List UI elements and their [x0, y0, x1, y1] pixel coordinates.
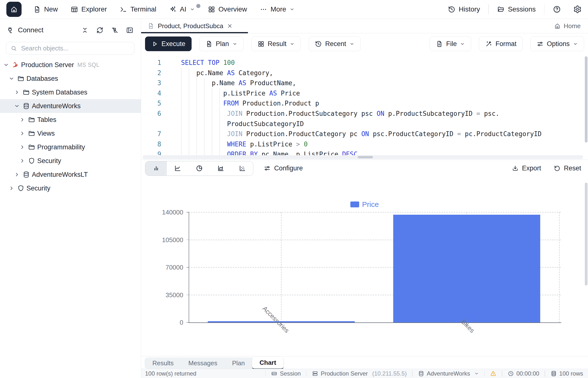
tab-title: Product, ProductSubca — [158, 22, 223, 30]
chart-type-scatter[interactable] — [232, 161, 253, 176]
rows-icon — [550, 370, 557, 377]
tree-item-security[interactable]: Security — [0, 154, 141, 168]
result-tab-plan[interactable]: Plan — [225, 357, 252, 369]
chart-legend[interactable]: Price — [141, 200, 588, 209]
chart-type-pie[interactable] — [188, 161, 210, 176]
folder-icon — [17, 75, 25, 82]
tree-item-system-databases[interactable]: System Databases — [0, 85, 141, 99]
x-axis-tick-label: Accessories — [261, 305, 291, 334]
plug-off-button[interactable] — [111, 27, 119, 34]
scrollbar-thumb[interactable] — [585, 56, 588, 142]
chevron-down-icon — [349, 41, 354, 47]
tree-item-databases[interactable]: Databases — [0, 72, 141, 85]
gutter-spacer — [168, 58, 181, 68]
divider — [544, 4, 545, 14]
tree-item-adventureworkslt[interactable]: AdventureWorksLT — [0, 168, 141, 181]
home-link[interactable]: Home — [554, 22, 588, 30]
top-nav-right: HistorySessions — [448, 4, 582, 14]
folder-icon — [23, 89, 30, 96]
reset-button[interactable]: Reset — [554, 164, 581, 172]
query-timer: 00:00:00 — [508, 370, 539, 377]
nav-item-overview[interactable]: Overview — [208, 5, 247, 13]
divider — [306, 371, 307, 377]
configure-button[interactable]: Configure — [264, 164, 303, 172]
execute-button[interactable]: Execute — [145, 37, 192, 51]
legend-swatch — [350, 202, 359, 207]
panel-close-button[interactable] — [126, 27, 134, 34]
divider — [265, 371, 266, 377]
scrollbar-thumb[interactable] — [358, 156, 373, 158]
search-box[interactable] — [6, 42, 135, 54]
nav-item-terminal[interactable]: Terminal — [120, 5, 156, 13]
chart-type-bar[interactable] — [145, 161, 167, 176]
file-code-icon — [33, 6, 41, 13]
session-label: Session — [280, 370, 301, 377]
indent-guides — [181, 119, 227, 129]
line-number: 8 — [141, 139, 168, 149]
help-button[interactable] — [553, 5, 561, 14]
line-number: 7 — [141, 129, 168, 139]
result-tab-results[interactable]: Results — [145, 357, 181, 369]
divider — [412, 371, 413, 377]
line-number: 3 — [141, 78, 168, 88]
nav-item-more[interactable]: More — [260, 5, 295, 13]
code-token: psc. — [480, 109, 499, 119]
folder-icon — [28, 116, 35, 123]
plan-button[interactable]: Plan — [199, 37, 244, 51]
search-input[interactable] — [21, 44, 130, 52]
tab-product-productsubcategory[interactable]: Product, ProductSubca — [141, 19, 239, 33]
result-button[interactable]: Result — [251, 37, 301, 51]
editor-vertical-scrollbar[interactable] — [585, 55, 588, 158]
export-button[interactable]: Export — [512, 164, 541, 172]
tree-item-tables[interactable]: Tables — [0, 113, 141, 127]
tree-item-label: System Databases — [32, 89, 87, 96]
close-tab-icon[interactable] — [227, 23, 233, 29]
session-status[interactable]: Session — [271, 370, 301, 377]
nav-item-explorer[interactable]: Explorer — [70, 5, 107, 13]
nav-item-label: Overview — [219, 5, 247, 13]
home-button[interactable] — [6, 2, 22, 17]
scrollbar-thumb[interactable] — [585, 183, 588, 285]
editor-horizontal-scrollbar[interactable] — [143, 155, 583, 159]
chart-vertical-scrollbar[interactable] — [585, 179, 588, 353]
database-icon — [23, 102, 30, 110]
tree-item-views[interactable]: Views — [0, 127, 141, 140]
folder-open-icon — [497, 6, 505, 13]
file-button[interactable]: File — [430, 37, 471, 51]
code-token: 0 — [304, 139, 308, 149]
history-icon — [448, 6, 455, 13]
warning-indicator[interactable] — [490, 370, 496, 377]
database-selector[interactable]: AdventureWorks — [418, 370, 479, 377]
tree-item-security[interactable]: Security — [0, 181, 141, 195]
chart-area-icon — [217, 164, 225, 172]
y-axis-tick — [186, 212, 189, 213]
recent-button[interactable]: Recent — [309, 37, 361, 51]
chevron-down-icon — [290, 41, 295, 47]
nav-item-sessions[interactable]: Sessions — [497, 5, 536, 13]
options-button[interactable]: Options — [531, 37, 584, 51]
tree-item-production-server[interactable]: Production ServerMS SQL — [0, 58, 141, 72]
server-status[interactable]: Production Server (10.211.55.5) — [312, 370, 407, 377]
format-button[interactable]: Format — [479, 37, 523, 51]
settings-button[interactable] — [573, 5, 582, 14]
tree-item-programmability[interactable]: Programmability — [0, 140, 141, 154]
nav-item-new[interactable]: New — [33, 5, 58, 13]
result-tab-messages[interactable]: Messages — [181, 357, 225, 369]
sql-editor[interactable]: 1SELECT TOP 1002pc.Name AS Category,3p.N… — [141, 54, 588, 160]
chart-type-area[interactable] — [210, 161, 232, 176]
nav-item-history[interactable]: History — [448, 5, 480, 13]
code-token: FROM — [223, 98, 239, 109]
gutter-spacer — [168, 78, 181, 88]
collapse-all-button[interactable] — [81, 27, 89, 34]
code-token: ProductSubcategoryID — [227, 119, 304, 129]
code-token: ON — [361, 129, 369, 139]
toolbar-right: File Format Options — [430, 37, 584, 51]
refresh-button[interactable] — [96, 27, 104, 34]
code-token: pc.Name — [196, 68, 227, 78]
format-label: Format — [495, 40, 517, 48]
chart-pie-icon — [196, 164, 203, 172]
result-tab-chart[interactable]: Chart — [252, 357, 283, 369]
nav-item-ai[interactable]: AI — [169, 5, 195, 13]
tree-item-adventureworks[interactable]: AdventureWorks — [0, 99, 141, 113]
chart-type-line[interactable] — [167, 161, 188, 176]
